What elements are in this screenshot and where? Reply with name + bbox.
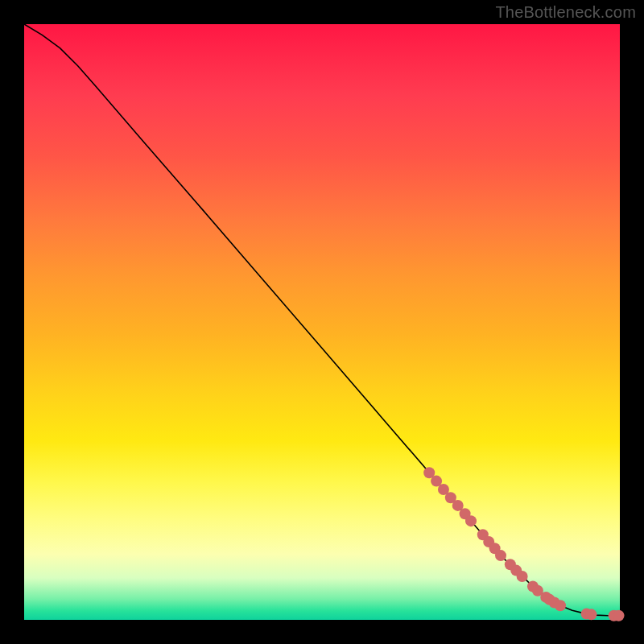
watermark-text: TheBottleneck.com [495,3,636,22]
plot-gradient-area [24,24,620,620]
data-marker [465,515,477,526]
chart-svg [24,24,620,620]
chart-frame: TheBottleneck.com [0,0,644,644]
marker-group [423,467,624,621]
data-marker [613,610,625,621]
curve-line [24,24,620,616]
data-marker [517,571,528,582]
data-marker [585,609,597,620]
data-marker [495,550,506,561]
data-marker [555,600,566,611]
